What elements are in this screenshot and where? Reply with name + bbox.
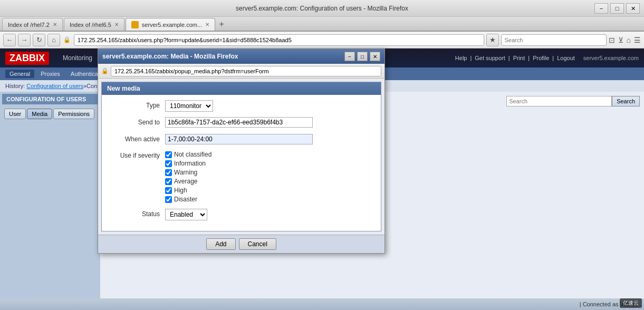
checkbox-information[interactable] bbox=[165, 160, 172, 167]
new-media-dialog: New media Type 110monitor Send to bbox=[101, 82, 381, 231]
modal-minimize-btn[interactable]: − bbox=[344, 52, 355, 61]
severity-label: Use if severity bbox=[112, 151, 165, 159]
breadcrumb-history-label: History: bbox=[5, 83, 25, 89]
severity-average-label: Average bbox=[174, 178, 197, 185]
zabbix-sidebar: CONFIGURATION OF USERS User Media Permis… bbox=[0, 92, 100, 310]
sidebar-tab-media[interactable]: Media bbox=[27, 109, 52, 119]
sep: | bbox=[552, 55, 554, 61]
zabbix-topright: Help | Get support | Print | Profile | L… bbox=[455, 55, 639, 61]
tab-server5[interactable]: server5.example.com... ✕ bbox=[126, 18, 215, 31]
lock-icon: 🔒 bbox=[63, 36, 71, 43]
tab-label: Index of /rhel6.5 bbox=[70, 22, 111, 28]
tab-rhel65[interactable]: Index of /rhel6.5 ✕ bbox=[64, 18, 124, 31]
when-active-label: When active bbox=[112, 134, 165, 143]
home-button[interactable]: ⌂ bbox=[47, 34, 60, 46]
nav-monitoring[interactable]: Monitoring bbox=[60, 53, 95, 63]
status-label-field: Status bbox=[112, 209, 165, 218]
new-media-header: New media bbox=[102, 82, 381, 95]
tab-close-icon[interactable]: ✕ bbox=[114, 22, 119, 27]
breadcrumb-config-users[interactable]: Configuration of users bbox=[26, 83, 83, 89]
type-label: Type bbox=[112, 100, 165, 109]
title-bar-controls: − □ ✕ bbox=[594, 0, 640, 17]
cancel-button[interactable]: Cancel bbox=[239, 238, 276, 250]
add-button[interactable]: Add bbox=[206, 238, 235, 250]
severity-not-classified: Not classified bbox=[165, 151, 370, 158]
help-link[interactable]: Help bbox=[455, 55, 467, 61]
forward-button[interactable]: → bbox=[18, 34, 31, 46]
main-search-button[interactable]: Search bbox=[612, 96, 640, 106]
severity-average: Average bbox=[165, 178, 370, 185]
bookmark-btn[interactable]: ★ bbox=[486, 34, 499, 46]
bookmark-icon[interactable]: ⊡ bbox=[609, 36, 615, 44]
severity-row: Use if severity Not classified Informati… bbox=[112, 151, 370, 205]
breadcrumb-current: Con bbox=[86, 83, 97, 89]
sidebar-tab-permissions[interactable]: Permissions bbox=[53, 109, 94, 119]
modal-title-bar: server5.example.com: Media - Mozilla Fir… bbox=[98, 49, 385, 64]
modal-close-btn[interactable]: ✕ bbox=[370, 52, 380, 61]
print-link[interactable]: Print bbox=[513, 55, 525, 61]
menu-icon[interactable]: ☰ bbox=[634, 36, 641, 44]
tab-close-icon[interactable]: ✕ bbox=[205, 22, 209, 27]
severity-not-classified-label: Not classified bbox=[174, 151, 212, 158]
checkbox-not-classified[interactable] bbox=[165, 151, 172, 158]
home2-icon[interactable]: ⌂ bbox=[627, 36, 631, 44]
send-to-label: Send to bbox=[112, 117, 165, 126]
sidebar-tabs: User Media Permissions bbox=[2, 106, 98, 121]
status-value: Enabled bbox=[165, 209, 370, 220]
popup-url-bar[interactable] bbox=[111, 66, 381, 76]
url-bar[interactable] bbox=[74, 34, 484, 46]
severity-information-label: Information bbox=[174, 160, 206, 167]
close-btn[interactable]: ✕ bbox=[626, 3, 640, 14]
browser-title: server5.example.com: Configuration of us… bbox=[236, 5, 408, 12]
severity-high: High bbox=[165, 187, 370, 194]
send-to-value bbox=[165, 117, 370, 128]
title-bar: server5.example.com: Configuration of us… bbox=[0, 0, 644, 17]
modal-footer: Add Cancel bbox=[98, 235, 385, 253]
when-active-value bbox=[165, 134, 370, 144]
profile-link[interactable]: Profile bbox=[533, 55, 549, 61]
tab-bar: Index of /rhel7.2 ✕ Index of /rhel6.5 ✕ … bbox=[0, 17, 644, 32]
watermark: 亿速云 bbox=[620, 298, 642, 308]
browser-search-input[interactable] bbox=[501, 34, 607, 46]
nav-bar: ← → ↻ ⌂ 🔒 ★ ⊡ ⊻ ⌂ ☰ bbox=[0, 32, 644, 49]
type-value: 110monitor bbox=[165, 100, 370, 112]
severity-warning-label: Warning bbox=[174, 169, 197, 176]
status-select[interactable]: Enabled bbox=[165, 209, 207, 220]
get-support-link[interactable]: Get support bbox=[475, 55, 505, 61]
checkbox-high[interactable] bbox=[165, 187, 172, 194]
sep: | bbox=[528, 55, 530, 61]
checkbox-disaster[interactable] bbox=[165, 196, 172, 203]
type-select[interactable]: 110monitor bbox=[165, 100, 213, 112]
new-media-body: Type 110monitor Send to Whe bbox=[102, 95, 381, 231]
checkbox-average[interactable] bbox=[165, 178, 172, 185]
send-to-row: Send to bbox=[112, 117, 370, 130]
back-button[interactable]: ← bbox=[3, 34, 16, 46]
reload-button[interactable]: ↻ bbox=[33, 34, 45, 46]
tab-label: server5.example.com... bbox=[142, 22, 202, 28]
severity-disaster: Disaster bbox=[165, 196, 370, 203]
nav-icons: ⊡ ⊻ ⌂ ☰ bbox=[609, 36, 641, 44]
sidebar-tab-user[interactable]: User bbox=[4, 109, 26, 119]
modal-title-controls: − □ ✕ bbox=[344, 52, 380, 61]
config-users-header: CONFIGURATION OF USERS bbox=[2, 94, 98, 104]
new-tab-button[interactable]: + bbox=[216, 19, 227, 30]
popup-nav: 🔒 bbox=[98, 64, 385, 79]
severity-checkboxes: Not classified Information Warning bbox=[165, 151, 370, 205]
modal-restore-btn[interactable]: □ bbox=[357, 52, 368, 61]
restore-btn[interactable]: □ bbox=[610, 3, 624, 14]
sep: | bbox=[508, 55, 510, 61]
send-to-input[interactable] bbox=[165, 117, 313, 128]
logout-link[interactable]: Logout bbox=[557, 55, 575, 61]
zabbix-logo: ZABBIX bbox=[5, 52, 49, 65]
subnav-proxies[interactable]: Proxies bbox=[36, 70, 64, 78]
checkbox-warning[interactable] bbox=[165, 169, 172, 176]
popup-lock-icon: 🔒 bbox=[101, 67, 109, 74]
tab-rhel72[interactable]: Index of /rhel7.2 ✕ bbox=[2, 18, 63, 31]
tab-close-icon[interactable]: ✕ bbox=[53, 22, 57, 27]
download-icon[interactable]: ⊻ bbox=[618, 36, 623, 44]
subnav-general[interactable]: General bbox=[5, 70, 34, 78]
modal-title-text: server5.example.com: Media - Mozilla Fir… bbox=[102, 53, 238, 60]
when-active-input[interactable] bbox=[165, 134, 313, 144]
minimize-btn[interactable]: − bbox=[594, 3, 608, 14]
main-search-input[interactable] bbox=[506, 96, 612, 106]
